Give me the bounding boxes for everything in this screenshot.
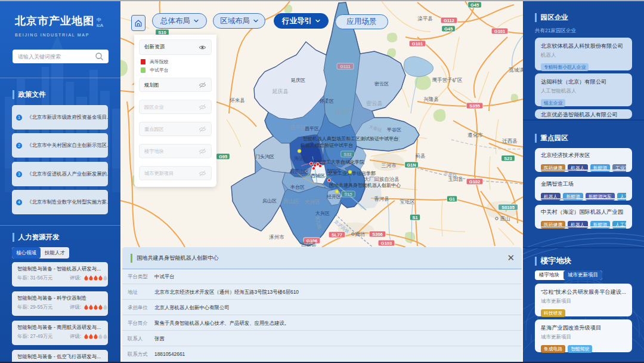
svg-text:门头沟区: 门头沟区 <box>255 154 274 159</box>
svg-text:机器人概念验证中试平台: 机器人概念验证中试平台 <box>300 143 353 148</box>
svg-text:唐山: 唐山 <box>500 216 510 222</box>
svg-text:S32: S32 <box>343 152 351 157</box>
svg-text:迁西县: 迁西县 <box>502 138 518 144</box>
svg-text:S15: S15 <box>344 192 352 197</box>
svg-text:蓟县: 蓟县 <box>416 153 426 159</box>
svg-text:怀来县: 怀来县 <box>229 97 245 103</box>
svg-text:房山区: 房山区 <box>262 198 277 204</box>
svg-text:G1N: G1N <box>407 162 416 168</box>
svg-text:国地共建具身智能机器人创新中心: 国地共建具身智能机器人创新中心 <box>329 183 401 188</box>
svg-text:S355: S355 <box>469 103 480 109</box>
svg-text:宝坻区: 宝坻区 <box>400 199 415 205</box>
svg-text:S0105: S0105 <box>501 205 515 210</box>
svg-text:固安县: 固安县 <box>301 241 317 247</box>
svg-text:遵化市: 遵化市 <box>467 132 483 138</box>
svg-text:S23: S23 <box>504 156 512 161</box>
svg-text:石景山区: 石景山区 <box>290 169 309 174</box>
svg-text:经开区: 经开区 <box>327 194 341 199</box>
svg-text:昌平区: 昌平区 <box>290 124 306 130</box>
svg-text:S1: S1 <box>412 215 417 220</box>
svg-text:大厂回族自治县: 大厂回族自治县 <box>364 176 400 182</box>
svg-text:鹰手营子矿区: 鹰手营子矿区 <box>432 77 463 83</box>
svg-text:滦平县: 滦平县 <box>417 16 433 21</box>
svg-text:平谷区: 平谷区 <box>387 127 401 133</box>
svg-text:昌平区: 昌平区 <box>305 126 319 131</box>
svg-text:海淀区: 海淀区 <box>294 156 308 161</box>
svg-text:宽城满: 宽城满 <box>509 67 523 73</box>
svg-text:G45: G45 <box>444 26 453 32</box>
svg-text:G103: G103 <box>381 241 392 246</box>
svg-text:延庆县: 延庆县 <box>273 88 289 94</box>
svg-text:G112: G112 <box>444 18 454 23</box>
svg-text:兴隆县: 兴隆县 <box>423 96 439 102</box>
svg-text:SL77: SL77 <box>332 232 342 238</box>
svg-text:涿州市: 涿州市 <box>269 234 284 240</box>
svg-text:密云县: 密云县 <box>367 100 383 106</box>
svg-text:廊坊: 廊坊 <box>355 231 366 237</box>
svg-text:G101: G101 <box>494 29 505 34</box>
svg-text:怀柔区: 怀柔区 <box>335 109 352 115</box>
svg-text:香河县: 香河县 <box>374 196 389 202</box>
svg-text:三河市: 三河市 <box>381 162 397 168</box>
svg-text:西城区: 西城区 <box>311 173 325 179</box>
svg-text:G45: G45 <box>470 2 479 8</box>
svg-text:智能机器人典型场景和工艺测试验证中试平台: 智能机器人典型场景和工艺测试验证中试平台 <box>303 136 398 141</box>
svg-text:房山区: 房山区 <box>283 198 299 204</box>
svg-text:怀柔区: 怀柔区 <box>319 98 334 104</box>
svg-text:G1: G1 <box>449 196 455 202</box>
svg-text:延庆区: 延庆区 <box>290 78 305 83</box>
svg-text:大兴区: 大兴区 <box>305 199 321 205</box>
svg-text:G111: G111 <box>340 64 351 69</box>
svg-text:G101: G101 <box>412 41 423 47</box>
svg-text:G95: G95 <box>219 154 227 159</box>
svg-text:密云区: 密云区 <box>374 81 389 87</box>
svg-text:G102: G102 <box>469 179 480 184</box>
svg-text:S306: S306 <box>372 232 383 237</box>
svg-text:丰台区: 丰台区 <box>290 184 305 190</box>
svg-text:大兴区: 大兴区 <box>315 211 330 216</box>
